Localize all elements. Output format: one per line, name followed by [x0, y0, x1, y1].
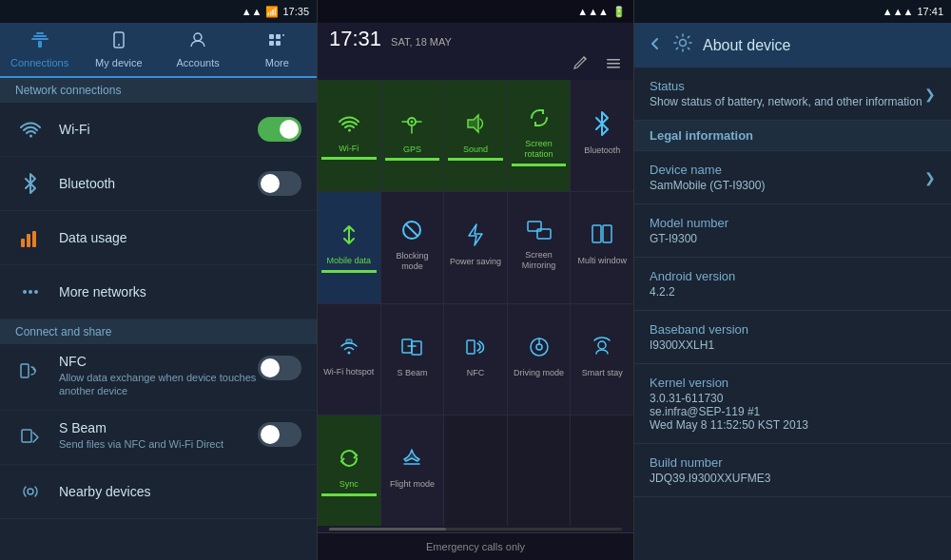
bluetooth-active-bar [574, 159, 630, 162]
svg-point-21 [28, 489, 33, 494]
tile-screenmirroring[interactable]: Screen Mirroring [508, 192, 571, 303]
tab-more-label: More [265, 57, 289, 68]
nfc-toggle-knob [261, 358, 280, 377]
emergency-text: Emergency calls only [318, 532, 633, 560]
tab-mydevice[interactable]: My device [79, 23, 158, 78]
sync-active-bar [321, 493, 377, 496]
bluetooth-item[interactable]: Bluetooth [0, 157, 317, 211]
datausage-item[interactable]: Data usage [0, 211, 317, 265]
tile-mobiledata[interactable]: Mobile data [318, 192, 380, 303]
wifi-toggle[interactable] [258, 117, 301, 142]
bluetooth-icon [15, 168, 46, 199]
svg-rect-34 [603, 225, 611, 242]
blockingmode-tile-icon [400, 219, 423, 247]
tile-wifi[interactable]: Wi-Fi [318, 80, 380, 191]
tile-wifihotspot[interactable]: Wi-Fi hotspot [318, 304, 380, 415]
sbeam-tile-label: S Beam [397, 368, 427, 378]
p2-menu-icon[interactable] [605, 55, 622, 76]
gps-tile-label: GPS [403, 145, 421, 155]
nfc-label: NFC [59, 354, 258, 369]
screenmirroring-active-bar [512, 274, 567, 277]
bluetooth-toggle[interactable] [258, 171, 301, 196]
p2-time-display: 17:31 [329, 27, 381, 51]
androidversion-label: Android version [650, 269, 936, 283]
accounts-tab-icon [188, 30, 207, 54]
nearbydevices-item[interactable]: Nearby devices [0, 465, 317, 519]
tab-connections[interactable]: Connections [0, 23, 79, 78]
legal-section-header: Legal information [634, 121, 951, 151]
morenetworks-item[interactable]: More networks [0, 265, 317, 319]
bluetooth-tile-label: Bluetooth [584, 145, 620, 156]
status-value: Show status of battery, network, and oth… [650, 95, 924, 108]
tile-multiwindow[interactable]: Multi window [571, 192, 633, 303]
smartstay-tile-label: Smart stay [582, 368, 623, 378]
modelnumber-label: Model number [650, 216, 936, 230]
tile-screenrotation[interactable]: Screen rotation [508, 80, 571, 191]
tile-sound[interactable]: Sound [444, 80, 507, 191]
back-button[interactable] [648, 36, 663, 55]
devicename-section[interactable]: Device name SamMobile (GT-I9300) ❯ [634, 151, 951, 204]
mobiledata-tile-icon [338, 223, 360, 252]
tab-more[interactable]: More [238, 23, 317, 78]
svg-point-5 [118, 44, 120, 46]
svg-point-45 [680, 40, 687, 47]
wifi-icon [15, 114, 46, 145]
nfc-sub: Allow data exchange when device touches … [59, 371, 258, 398]
connections-tab-icon [30, 30, 49, 54]
tile-smartstay[interactable]: Smart stay [571, 304, 633, 415]
sbeam-text-group: S Beam Send files via NFC and Wi-Fi Dire… [59, 420, 258, 451]
tile-blockingmode[interactable]: Blocking mode [381, 192, 444, 303]
wifi-tile-icon [337, 113, 361, 140]
multiwindow-active-bar [574, 270, 630, 273]
wifi-item[interactable]: Wi-Fi [0, 103, 317, 157]
p2-action-icons [573, 55, 622, 76]
status-section-content: Status Show status of battery, network, … [650, 79, 924, 108]
about-device-content: Status Show status of battery, network, … [634, 68, 951, 560]
sbeam-toggle[interactable] [258, 422, 301, 447]
tile-nfc[interactable]: NFC [444, 304, 507, 415]
network-section-header: Network connections [0, 78, 317, 103]
sbeam-item[interactable]: S Beam Send files via NFC and Wi-Fi Dire… [0, 411, 317, 465]
screenmirroring-tile-icon [527, 220, 552, 246]
tile-sbeam[interactable]: S Beam [381, 304, 444, 415]
tile-bluetooth[interactable]: Bluetooth [571, 80, 633, 191]
svg-point-6 [194, 33, 202, 41]
devicename-label: Device name [650, 163, 924, 177]
sbeam-sub: Send files via NFC and Wi-Fi Direct [59, 437, 258, 451]
nfc-toggle[interactable] [258, 356, 301, 380]
status-label: Status [650, 79, 924, 93]
settings-tabs: Connections My device Accounts More [0, 23, 317, 78]
sound-tile-icon [464, 112, 487, 141]
p2-battery-icon: 🔋 [612, 6, 626, 18]
empty-tile-3 [571, 415, 633, 526]
svg-point-18 [34, 290, 38, 294]
svg-rect-23 [607, 63, 620, 65]
tile-powersaving[interactable]: Power saving [444, 192, 507, 303]
svg-point-17 [29, 290, 32, 294]
svg-point-25 [348, 128, 351, 131]
blockingmode-tile-label: Blocking mode [385, 251, 440, 272]
tile-gps[interactable]: GPS [381, 80, 444, 191]
p2-edit-icon[interactable] [573, 55, 590, 76]
kernelversion-label: Kernel version [650, 376, 936, 390]
tile-drivingmode[interactable]: Driving mode [508, 304, 571, 415]
status-section[interactable]: Status Show status of battery, network, … [634, 68, 951, 121]
p3-time-display: 17:41 [917, 6, 943, 17]
svg-rect-33 [592, 225, 601, 242]
screenrotation-tile-label: Screen rotation [512, 139, 567, 160]
svg-rect-11 [282, 34, 284, 36]
mydevice-tab-icon [109, 30, 128, 54]
tile-flightmode[interactable]: Flight mode [381, 415, 444, 526]
smartstay-active-bar [574, 382, 630, 385]
status-bar-2: ▲▲▲ 🔋 [318, 0, 633, 23]
wifihotspot-tile-label: Wi-Fi hotspot [323, 367, 374, 377]
flightmode-active-bar [385, 493, 440, 496]
svg-rect-1 [33, 35, 47, 37]
svg-rect-13 [21, 239, 25, 247]
tile-sync[interactable]: Sync [318, 415, 380, 526]
tab-accounts[interactable]: Accounts [159, 23, 238, 78]
buildnumber-section: Build number JDQ39.I9300XXUFME3 [634, 444, 951, 497]
nearbydevices-icon [15, 476, 46, 507]
nfc-item[interactable]: NFC Allow data exchange when device touc… [0, 344, 317, 411]
modelnumber-value: GT-I9300 [650, 232, 936, 245]
